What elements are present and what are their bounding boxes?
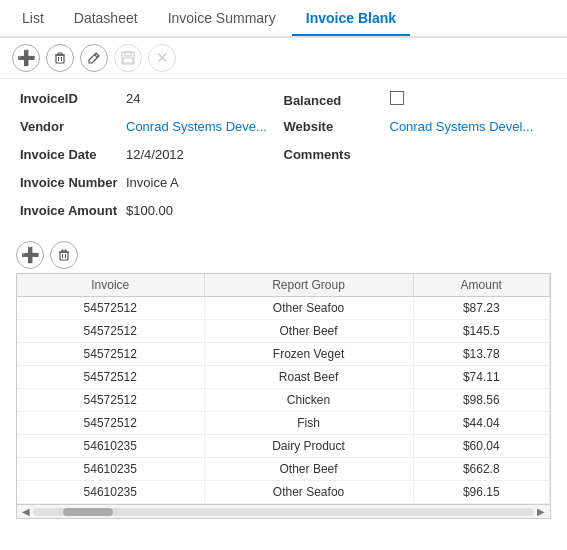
grid-toolbar: ➕ [0,237,567,273]
table-row[interactable]: 54610235Other Seafoo$96.15 [17,481,550,504]
cell-group: Frozen Veget [204,343,413,366]
tab-invoice-blank[interactable]: Invoice Blank [292,2,410,36]
delete-button[interactable] [46,44,74,72]
table-row[interactable]: 54572512Other Beef$145.5 [17,320,550,343]
cell-amount: $60.04 [413,435,549,458]
invoice-id-label: InvoiceID [20,91,120,106]
save-icon [121,51,135,65]
invoice-number-label: Invoice Number [20,175,120,190]
tab-bar: List Datasheet Invoice Summary Invoice B… [0,0,567,38]
tab-invoice-summary[interactable]: Invoice Summary [154,2,290,34]
table-row[interactable]: 54572512Other Seafoo$87.23 [17,297,550,320]
cell-invoice: 54572512 [17,320,204,343]
cell-amount: $87.23 [413,297,549,320]
grid-add-button[interactable]: ➕ [16,241,44,269]
invoice-grid: Invoice Report Group Amount 54572512Othe… [16,273,551,519]
comments-label: Comments [284,147,384,162]
cell-amount: $145.5 [413,320,549,343]
vendor-value[interactable]: Conrad Systems Deve... [126,119,267,134]
svg-rect-2 [58,53,62,55]
invoice-date-row: Invoice Date 12/4/2012 [20,147,284,169]
balanced-checkbox[interactable] [390,91,404,105]
cell-group: Other Beef [204,458,413,481]
tab-datasheet[interactable]: Datasheet [60,2,152,34]
svg-line-5 [95,55,98,58]
cell-amount: $74.11 [413,366,549,389]
table-row[interactable]: 54610235Other Beef$662.8 [17,458,550,481]
cell-invoice: 54572512 [17,366,204,389]
form-left-col: InvoiceID 24 Vendor Conrad Systems Deve.… [20,91,284,225]
balanced-label: Balanced [284,93,384,108]
invoice-date-value: 12/4/2012 [126,147,184,162]
svg-rect-11 [62,250,66,252]
vendor-row: Vendor Conrad Systems Deve... [20,119,284,141]
scroll-right-arrow[interactable]: ▶ [534,506,548,517]
form-area: InvoiceID 24 Vendor Conrad Systems Deve.… [0,79,567,237]
invoice-amount-label: Invoice Amount [20,203,120,218]
col-header-invoice: Invoice [17,274,204,297]
cell-group: Dairy Product [204,435,413,458]
cell-group: Other Seafoo [204,481,413,504]
pencil-icon [87,51,101,65]
invoice-id-row: InvoiceID 24 [20,91,284,113]
trash-icon [53,51,67,65]
cell-invoice: 54572512 [17,297,204,320]
table-row[interactable]: 54572512Fish$44.04 [17,412,550,435]
cell-group: Chicken [204,389,413,412]
scroll-track[interactable] [33,508,534,516]
cell-invoice: 54572512 [17,343,204,366]
col-header-group: Report Group [204,274,413,297]
cell-invoice: 54572512 [17,412,204,435]
invoice-table: Invoice Report Group Amount 54572512Othe… [17,274,550,504]
cell-group: Other Beef [204,320,413,343]
table-row[interactable]: 54610235Dairy Product$60.04 [17,435,550,458]
invoice-amount-row: Invoice Amount $100.00 [20,203,284,225]
svg-rect-0 [56,55,64,63]
cell-amount: $96.15 [413,481,549,504]
table-row[interactable]: 54572512Frozen Veget$13.78 [17,343,550,366]
invoice-date-label: Invoice Date [20,147,120,162]
scroll-thumb[interactable] [63,508,113,516]
main-toolbar: ➕ ✕ [0,38,567,79]
save-button[interactable] [114,44,142,72]
website-label: Website [284,119,384,134]
website-row: Website Conrad Systems Devel... [284,119,548,141]
cell-invoice: 54610235 [17,435,204,458]
add-button[interactable]: ➕ [12,44,40,72]
form-right-col: Balanced Website Conrad Systems Devel...… [284,91,548,225]
grid-header-row: Invoice Report Group Amount [17,274,550,297]
tab-list[interactable]: List [8,2,58,34]
table-row[interactable]: 54572512Roast Beef$74.11 [17,366,550,389]
cell-invoice: 54610235 [17,458,204,481]
invoice-id-value: 24 [126,91,140,106]
svg-rect-9 [60,252,68,260]
invoice-number-row: Invoice Number Invoice A [20,175,284,197]
cell-invoice: 54610235 [17,481,204,504]
grid-scroll-area[interactable]: Invoice Report Group Amount 54572512Othe… [17,274,550,504]
grid-delete-button[interactable] [50,241,78,269]
svg-rect-8 [123,58,133,63]
scroll-left-arrow[interactable]: ◀ [19,506,33,517]
cell-group: Fish [204,412,413,435]
edit-button[interactable] [80,44,108,72]
cell-amount: $98.56 [413,389,549,412]
cell-amount: $44.04 [413,412,549,435]
vendor-label: Vendor [20,119,120,134]
balanced-checkbox-container [390,91,404,105]
svg-rect-7 [125,52,131,56]
comments-row: Comments [284,147,548,169]
col-header-amount: Amount [413,274,549,297]
invoice-number-value: Invoice A [126,175,179,190]
horizontal-scrollbar[interactable]: ◀ ▶ [17,504,550,518]
cell-amount: $13.78 [413,343,549,366]
invoice-amount-value: $100.00 [126,203,173,218]
grid-trash-icon [57,248,71,262]
cell-invoice: 54572512 [17,389,204,412]
cell-amount: $662.8 [413,458,549,481]
website-value[interactable]: Conrad Systems Devel... [390,119,534,134]
cell-group: Roast Beef [204,366,413,389]
balanced-row: Balanced [284,91,548,113]
cancel-button[interactable]: ✕ [148,44,176,72]
table-row[interactable]: 54572512Chicken$98.56 [17,389,550,412]
cell-group: Other Seafoo [204,297,413,320]
